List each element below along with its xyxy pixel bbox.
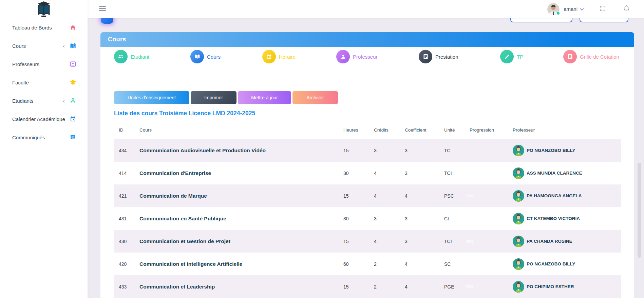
online-status-dot [556,12,560,15]
tab-horaire[interactable]: Horaire [262,50,296,63]
mettre-a-jour-button[interactable]: Mettre à jour [238,91,291,104]
tab-grille-de-cotation[interactable]: Grille de Cotation [563,50,619,63]
notifications-bell-icon[interactable] [623,5,630,13]
table-header: ID Cours Heures Crédits Coefficient Unit… [114,124,621,136]
course-id: 430 [119,239,139,244]
table-row[interactable]: 420 Communication et Intelligence Artifi… [114,253,621,275]
professor-avatar [513,190,524,202]
username-label: amani [564,6,577,12]
tab-prestation[interactable]: Prestation [419,50,458,63]
course-coefficient: 3 [405,216,444,221]
course-professeur: PO CHIPIMO ESTHER [513,281,621,293]
course-coefficient: 3 [405,171,444,176]
unites-enseignement-button[interactable]: Unités d'enseignement [114,91,189,104]
graduation-cap-icon [70,79,76,86]
document-icon [419,50,432,63]
course-id: 414 [119,171,139,176]
table-row[interactable]: 430 Communication et Gestion de Projet 1… [114,230,621,253]
sidebar-item-cours[interactable]: Cours ‹ [0,37,88,55]
progress-value: 53% [466,194,473,198]
course-professeur: PA HAMOONGA ANGELA [513,190,621,202]
book-graduation-logo-icon [36,1,52,18]
chat-icon [70,134,76,141]
course-id: 434 [119,148,139,153]
professor-avatar [513,236,524,247]
col-header-progression: Progression [470,127,513,133]
table-row[interactable]: 434 Communication Audiovisuelle et Produ… [114,139,621,162]
tab-tp[interactable]: TP [500,50,523,63]
professor-name: PA CHANDA ROSINE [527,239,572,244]
person-icon [336,50,350,63]
course-name[interactable]: Communication Audiovisuelle et Productio… [139,147,343,154]
course-id: 433 [119,284,139,290]
user-avatar[interactable] [547,3,560,15]
sidebar-item-label: Communiqués [12,135,70,140]
course-id: 431 [119,216,139,221]
imprimer-button[interactable]: Imprimer [191,91,236,104]
tab-label: Horaire [279,54,296,60]
course-name[interactable]: Communication d'Entreprise [139,170,343,176]
archiver-button[interactable]: Archiver [292,91,338,104]
people-icon [114,50,128,63]
col-header-professeur: Professeur [513,127,621,133]
course-heures: 15 [343,148,374,153]
course-name[interactable]: Communication en Santé Publique [139,216,343,222]
sidebar-item-etudiants[interactable]: Etudiants ‹ [0,92,88,110]
table-row[interactable]: 421 Communication de Marque 15 4 4 PSC 5… [114,184,621,207]
course-professeur: CT KATEMBO VICTORIA [513,213,621,224]
student-icon [70,97,76,104]
course-name[interactable]: Communication de Marque [139,193,343,199]
progress-value: 26% [466,239,473,243]
professor-avatar [513,258,524,270]
fullscreen-icon[interactable] [600,5,606,13]
tab-cours[interactable]: Cours [190,50,221,63]
sidebar-nav: Tableau de Bords Cours ‹ Professeurs Fac… [0,18,88,146]
professor-name: CT KATEMBO VICTORIA [527,216,580,221]
col-header-id: ID [119,127,139,133]
course-heures: 15 [343,239,374,244]
topbar-right-cluster: amani [547,0,644,18]
page-scrollbar[interactable] [638,163,641,258]
progress-value: 40% [466,217,473,221]
course-heures: 15 [343,193,374,199]
document-icon [563,50,577,63]
course-heures: 60 [343,261,374,267]
tab-professeur[interactable]: Professeur [336,50,378,63]
hamburger-menu-icon[interactable] [99,6,106,11]
chevron-down-icon[interactable] [580,6,584,12]
table-row[interactable]: 414 Communication d'Entreprise 30 4 3 TC… [114,162,621,184]
tab-label: Professeur [353,54,378,60]
app-logo[interactable] [0,0,88,18]
book-icon [70,42,76,49]
course-coefficient: 4 [405,284,444,290]
sidebar-item-calendrier-academique[interactable]: Calendrier Académique [0,110,88,128]
course-name[interactable]: Communication et Gestion de Projet [139,238,343,244]
professor-name: PO NGANZOBO BILLY [527,148,575,153]
sidebar-item-label: Tableau de Bords [12,25,70,31]
course-name[interactable]: Communication et Leadership [139,284,343,290]
topbar: amani [88,0,644,18]
course-coefficient: 3 [405,148,444,153]
progress-value: 26% [466,171,473,175]
course-credits: 4 [374,193,405,199]
table-row[interactable]: 433 Communication et Leadership 15 2 4 P… [114,275,621,298]
course-name[interactable]: Communication et Intelligence Artificiel… [139,261,343,267]
col-header-unite: Unité [444,127,470,133]
table-row[interactable]: 431 Communication en Santé Publique 30 3… [114,207,621,230]
sidebar-item-label: Professeurs [12,61,70,67]
page-banner-title: Cours [108,36,126,43]
sidebar-item-tableau-de-bords[interactable]: Tableau de Bords [0,18,88,37]
col-header-credits: Crédits [374,127,405,133]
course-professeur: PO NGANZOBO BILLY [513,258,621,270]
course-coefficient: 3 [405,239,444,244]
tab-etudiant[interactable]: Etudiant [114,50,149,63]
sidebar-item-communiques[interactable]: Communiqués [0,128,88,146]
id-card-icon [70,61,76,67]
sidebar-item-faculte[interactable]: Faculté [0,73,88,92]
sidebar: Tableau de Bords Cours ‹ Professeurs Fac… [0,0,88,298]
professor-avatar [513,145,524,156]
professor-avatar [513,281,524,293]
sidebar-item-professeurs[interactable]: Professeurs [0,55,88,73]
course-id: 420 [119,261,139,267]
professor-name: ASS MUNDIA CLARENCE [527,171,582,176]
